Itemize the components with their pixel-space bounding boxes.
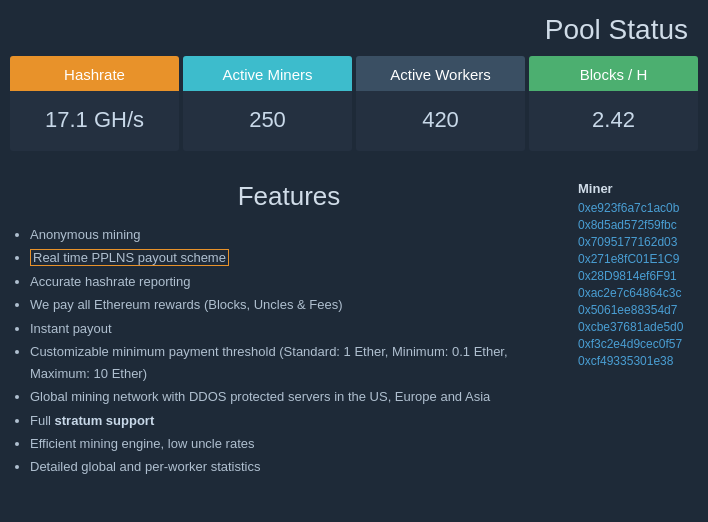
features-title: Features [10,181,568,212]
features-list: Anonymous mining Real time PPLNS payout … [10,224,568,478]
list-item: Anonymous mining [30,224,568,245]
miners-value: 250 [183,91,352,151]
miner-address[interactable]: 0x7095177162d03 [578,235,698,249]
feature-text: Global mining network with DDOS protecte… [30,389,490,404]
stats-row: Hashrate 17.1 GH/s Active Miners 250 Act… [0,56,708,171]
miner-address[interactable]: 0xac2e7c64864c3c [578,286,698,300]
miner-address[interactable]: 0x28D9814ef6F91 [578,269,698,283]
blocks-value: 2.42 [529,91,698,151]
stratum-bold: stratum support [55,413,155,428]
page-title: Pool Status [545,14,688,45]
stat-card-miners: Active Miners 250 [183,56,352,151]
workers-label: Active Workers [356,56,525,91]
list-item: Global mining network with DDOS protecte… [30,386,568,407]
miner-address[interactable]: 0x5061ee88354d7 [578,303,698,317]
blocks-label: Blocks / H [529,56,698,91]
feature-text: Instant payout [30,321,112,336]
hashrate-value: 17.1 GH/s [10,91,179,151]
features-section: Features Anonymous mining Real time PPLN… [0,171,708,490]
feature-text: We pay all Ethereum rewards (Blocks, Unc… [30,297,343,312]
feature-text: Anonymous mining [30,227,141,242]
list-item: Accurate hashrate reporting [30,271,568,292]
stat-card-hashrate: Hashrate 17.1 GH/s [10,56,179,151]
pplns-link[interactable]: Real time PPLNS payout scheme [30,249,229,266]
miner-address[interactable]: 0x8d5ad572f59fbc [578,218,698,232]
miner-address[interactable]: 0xcf49335301e38 [578,354,698,368]
miner-column-label: Miner [578,181,698,196]
feature-text: Efficient mining engine, low uncle rates [30,436,255,451]
stat-card-workers: Active Workers 420 [356,56,525,151]
list-item: We pay all Ethereum rewards (Blocks, Unc… [30,294,568,315]
miner-address[interactable]: 0x271e8fC01E1C9 [578,252,698,266]
list-item: Efficient mining engine, low uncle rates [30,433,568,454]
miner-address[interactable]: 0xe923f6a7c1ac0b [578,201,698,215]
feature-text: Accurate hashrate reporting [30,274,190,289]
features-right: Miner 0xe923f6a7c1ac0b 0x8d5ad572f59fbc … [568,181,698,480]
list-item: Customizable minimum payment threshold (… [30,341,568,384]
feature-text: Detailed global and per-worker statistic… [30,459,261,474]
workers-value: 420 [356,91,525,151]
feature-text: Full stratum support [30,413,154,428]
pool-status-header: Pool Status [0,0,708,56]
feature-text: Customizable minimum payment threshold (… [30,344,508,380]
list-item: Instant payout [30,318,568,339]
hashrate-label: Hashrate [10,56,179,91]
features-left: Features Anonymous mining Real time PPLN… [10,181,568,480]
miners-label: Active Miners [183,56,352,91]
list-item: Detailed global and per-worker statistic… [30,456,568,477]
stat-card-blocks: Blocks / H 2.42 [529,56,698,151]
miner-address[interactable]: 0xcbe37681ade5d0 [578,320,698,334]
list-item: Real time PPLNS payout scheme [30,247,568,268]
list-item: Full stratum support [30,410,568,431]
miner-address[interactable]: 0xf3c2e4d9cec0f57 [578,337,698,351]
